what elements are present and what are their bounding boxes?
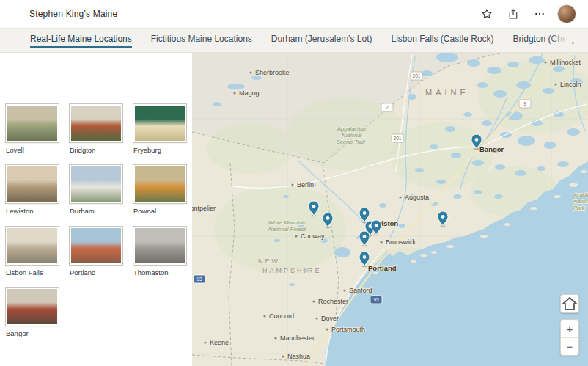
route-shield-95: 95 [370,296,382,304]
map-svg[interactable]: 201220199593SherbrookeMagogMillinocketLi… [192,53,588,366]
svg-text:Lincoln: Lincoln [560,81,581,88]
lake [493,90,507,98]
gallery-item-label: Portland [70,269,122,277]
svg-text:NEW: NEW [258,257,280,265]
tabs-scroll-right-button[interactable]: → [550,29,588,52]
svg-text:Portsmouth: Portsmouth [331,326,365,333]
svg-text:Dover: Dover [321,315,339,322]
svg-text:Magog: Magog [239,89,260,97]
map-label-maine: MAINE [425,88,469,97]
map-label-park: Park [573,205,586,211]
island [446,245,454,248]
share-button[interactable] [504,5,522,23]
gallery-item-pownal[interactable]: Pownal [133,165,186,215]
tab-label: Fictitious Maine Locations [151,34,252,48]
tab-label: Durham (Jerusalem's Lot) [271,34,372,48]
gallery-item-label: Bridgton [70,147,122,154]
lake [543,88,554,94]
map-label-white-mountain: White Mountain [268,219,306,226]
map-label-manchester: Manchester [274,334,315,342]
zoom-controls: + − [560,319,579,356]
map-label-portland: Portland [368,264,397,272]
svg-text:Millinocket: Millinocket [550,59,581,66]
gallery-item-label: Thomaston [133,269,186,277]
svg-text:Montpelier: Montpelier [192,205,216,212]
lake [453,194,462,199]
gallery-item-bangor[interactable]: Bangor [6,288,59,337]
lake [334,247,350,257]
island [581,170,587,173]
gallery-item-lisbon-falls[interactable]: Lisbon Falls [6,227,59,277]
gallery-item-fryeburg[interactable]: Fryeburg [133,104,186,154]
tab-durham-jerusalem-s-lot[interactable]: Durham (Jerusalem's Lot) [262,29,382,52]
zoom-in-button[interactable]: + [561,320,578,337]
page-title: Stephen King's Maine [29,9,117,19]
map-label-rochester: Rochester [312,298,348,305]
lake [482,120,492,126]
lake [477,82,488,88]
route-shield-9: 9 [519,100,531,108]
lake [463,112,472,117]
star-button[interactable] [478,5,496,23]
svg-text:Berlin: Berlin [297,181,314,189]
lake [531,120,543,126]
gallery-item-label: Durham [70,208,122,215]
gallery-item-lewiston[interactable]: Lewiston [6,165,59,215]
tab-real-life-maine-locations[interactable]: Real-Life Maine Locations [21,29,142,52]
gallery-item-portland[interactable]: Portland [70,227,122,277]
gallery-thumbnail [70,104,122,142]
gallery-item-lovell[interactable]: Lovell [6,104,59,154]
svg-text:Rochester: Rochester [318,298,348,305]
gallery-item-label: Bangor [6,330,59,337]
lake [495,164,505,170]
map-container[interactable]: 201220199593SherbrookeMagogMillinocketLi… [192,53,588,366]
gallery-thumbnail [6,104,59,142]
lake [515,170,526,176]
gallery-item-label: Lewiston [6,208,59,215]
svg-text:Acadia: Acadia [573,191,588,198]
tab-fictitious-maine-locations[interactable]: Fictitious Maine Locations [142,29,262,52]
storymap-app: Stephen King's Maine Real-Lif [0,0,588,366]
lake [507,62,519,67]
island [411,260,416,263]
avatar[interactable] [557,4,576,23]
svg-text:Sherbrooke: Sherbrooke [255,69,290,76]
share-icon [507,8,519,20]
gallery-panel: LovellBridgtonFryeburgLewistonDurhamPown… [0,53,192,366]
map-label-bangor: Bangor [479,145,504,153]
gallery-item-durham[interactable]: Durham [70,165,122,215]
map-label-appalachian: Appalachian [337,125,367,132]
route-shield-201: 201 [392,134,403,142]
tab-lisbon-falls-castle-rock[interactable]: Lisbon Falls (Castle Rock) [382,29,504,52]
svg-text:95: 95 [373,297,379,302]
lake [398,224,405,228]
gallery-item-bridgton[interactable]: Bridgton [70,104,122,154]
island [569,183,578,187]
tabs: Real-Life Maine LocationsFictitious Main… [21,29,588,52]
map-home-button[interactable] [560,294,579,313]
island [480,235,488,238]
map-label-millinocket: Millinocket [544,59,581,66]
svg-text:HAMPSHIRE: HAMPSHIRE [262,267,322,274]
lake [529,56,545,64]
lake [415,168,424,172]
lake [436,180,446,184]
forest-area [207,122,295,174]
svg-text:Appalachian: Appalachian [337,125,367,132]
svg-text:Manchester: Manchester [280,334,315,342]
ellipsis-icon [534,8,545,20]
svg-text:Bangor: Bangor [479,145,504,153]
gallery-item-thomaston[interactable]: Thomaston [133,227,186,277]
island [431,251,437,254]
svg-text:Augusta: Augusta [405,194,429,201]
more-options-button[interactable] [531,5,548,23]
star-icon [481,8,493,20]
zoom-out-button[interactable]: − [561,337,578,355]
svg-text:201: 201 [394,136,402,141]
svg-text:Nashua: Nashua [287,353,310,360]
svg-text:201: 201 [413,73,421,78]
gallery-item-label: Pownal [133,208,186,215]
svg-text:Concord: Concord [269,312,294,320]
svg-text:Park: Park [573,205,586,211]
gallery-thumbnail [6,165,59,203]
